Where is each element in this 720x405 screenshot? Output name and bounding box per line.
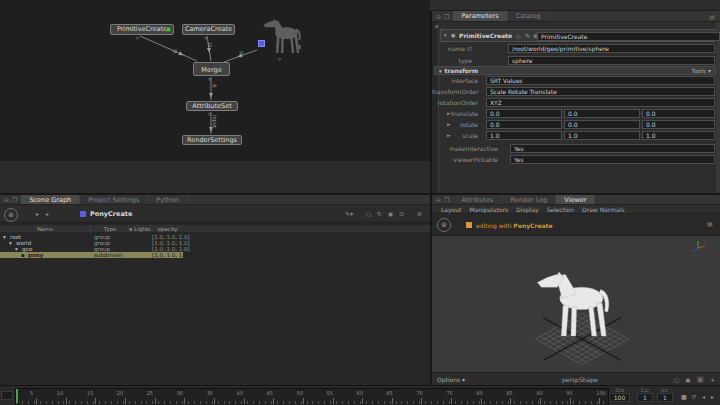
column-type[interactable]: Type — [90, 225, 129, 233]
param-field-scale-z[interactable]: 1.0 — [642, 131, 715, 140]
lock-icon[interactable]: ⊙ — [399, 210, 404, 217]
edit-pencil-icon[interactable]: ✎ — [525, 32, 530, 39]
timeline-out-field[interactable]: 100 — [609, 393, 630, 402]
node-gray-flag[interactable] — [297, 45, 301, 49]
viewer-menu-manipulators[interactable]: Manipulators — [469, 206, 508, 213]
param-field-type[interactable]: sphere — [508, 56, 715, 65]
float-panel-icon[interactable]: ❒ — [444, 13, 449, 20]
node-blue-flag[interactable] — [258, 40, 265, 47]
node-ponycreate[interactable] — [262, 19, 304, 55]
param-field-makeinteractive[interactable]: Yes — [510, 144, 715, 153]
no-expression-icon[interactable]: ∅ — [467, 45, 472, 52]
viewport-settings-icon[interactable]: ⚙ — [697, 376, 704, 383]
timeline-in-field[interactable] — [1, 391, 13, 400]
transform-group-header[interactable]: ▾ transform Tools ▾ — [434, 66, 716, 75]
param-field-rotate-x[interactable]: 0.0 — [486, 120, 562, 129]
tab-parameters[interactable]: Parameters — [453, 11, 507, 21]
param-field-rotationorder[interactable]: XYZ — [486, 98, 715, 107]
node-green-flag[interactable] — [166, 27, 171, 32]
play-icon[interactable]: ▸ — [711, 393, 714, 400]
param-field-transformorder[interactable]: Scale Rotate Translate — [486, 87, 715, 96]
column-name[interactable]: Name — [0, 225, 90, 233]
param-field-rotate-z[interactable]: 0.0 — [642, 120, 715, 129]
working-node-blue-flag[interactable] — [80, 211, 86, 217]
node-cameracreate[interactable]: CameraCreate — [182, 24, 235, 35]
collapse-arrow-icon[interactable]: ▾ — [439, 67, 442, 75]
edit-pencil-icon[interactable]: ✎▾ — [345, 210, 353, 217]
loop-icon[interactable]: ↺ — [691, 393, 696, 400]
timeline-cur-field[interactable]: 1 — [637, 393, 653, 402]
param-field-scale-x[interactable]: 1.0 — [486, 131, 562, 140]
expand-arrow-icon[interactable]: ▸ — [36, 210, 39, 217]
output-port-icon[interactable]: ▿ — [208, 112, 211, 116]
column-opacity[interactable]: opacity — [150, 225, 184, 233]
options-dropdown[interactable]: Options ▾ — [437, 376, 465, 383]
param-field-viewerpickable[interactable]: Yes — [510, 155, 715, 164]
equals-icon[interactable]: ≡ — [507, 32, 512, 39]
viewer-viewport[interactable] — [432, 236, 720, 372]
refresh-icon[interactable]: ↻ — [377, 210, 382, 217]
stop-icon[interactable]: ■ — [681, 393, 687, 400]
timeline-inc-field[interactable]: 1 — [657, 393, 673, 402]
dismiss-icon[interactable]: ⊗ — [437, 218, 451, 232]
param-field-scale-y[interactable]: 1.0 — [564, 131, 640, 140]
diamond-icon[interactable]: ◇ — [516, 32, 521, 39]
node-primitivecreate[interactable]: PrimitiveCreate — [110, 24, 174, 35]
timeline-playhead[interactable] — [16, 389, 18, 403]
circle-tool-icon[interactable]: ○ — [674, 376, 679, 383]
output-port-icon[interactable]: ▿ — [208, 77, 211, 81]
camera-name-label[interactable]: perspShape — [562, 376, 598, 383]
node-graph-canvas[interactable]: i0 i1 i2 A input PrimitiveCreate CameraC… — [0, 0, 430, 161]
tab-viewer[interactable]: Viewer — [556, 195, 595, 204]
tab-render-log[interactable]: Render Log — [503, 195, 557, 204]
power-icon[interactable]: ◉ — [388, 210, 393, 217]
float-panel-icon[interactable]: ❒ — [444, 196, 449, 203]
param-field-rotate-y[interactable]: 0.0 — [564, 120, 640, 129]
parameters-scrollbar[interactable] — [716, 22, 720, 193]
node-rendersettings[interactable]: RenderSettings — [182, 135, 242, 145]
column-lights[interactable]: ▼ Lights — [128, 225, 151, 233]
viewer-menu-layout[interactable]: Layout — [441, 206, 461, 213]
viewer-menu-selection[interactable]: Selection — [546, 206, 574, 213]
timeline-ruler[interactable]: 5101520253035404550556065707580859095100 — [15, 388, 609, 405]
close-panel-icon[interactable]: ⊖ — [436, 13, 441, 20]
viewer-tabbar: ⊖❒ Attributes Render Log Viewer — [432, 195, 720, 205]
tab-catalog[interactable]: Catalog — [508, 11, 550, 21]
scenegraph-back-icon[interactable]: ⊗ — [4, 208, 18, 222]
viewer-menu-display[interactable]: Display — [516, 206, 538, 213]
snapshot-icon[interactable]: ▤ — [707, 220, 713, 227]
light-tool-icon[interactable]: ◉ — [685, 376, 690, 383]
param-field-translate-x[interactable]: 0.0 — [486, 109, 562, 118]
tree-row-pony-selected[interactable]: ▪ pony subdmesh [1.0, 1.0, 1.0] — [0, 252, 183, 258]
close-panel-icon[interactable]: ⊖ — [436, 196, 441, 203]
param-field-translate-y[interactable]: 0.0 — [564, 109, 640, 118]
step-back-icon[interactable]: ◂ — [702, 393, 705, 400]
tab-project-settings[interactable]: Project Settings — [80, 195, 148, 204]
expand-arrow-icon[interactable]: ▸ — [46, 210, 49, 217]
param-field-translate-z[interactable]: 0.0 — [642, 109, 715, 118]
panel-menu-icon[interactable]: ▤ — [709, 13, 715, 20]
expand-node-icon[interactable]: ▾ — [444, 32, 447, 38]
param-field-interface[interactable]: SRT Values — [486, 76, 715, 85]
add-view-icon[interactable]: + — [710, 376, 715, 383]
tools-dropdown[interactable]: Tools ▾ — [691, 67, 711, 75]
output-port-icon[interactable]: ▿ — [278, 57, 281, 61]
node-name-field[interactable]: PrimitiveCreate — [537, 32, 720, 41]
float-panel-icon[interactable]: ❒ — [12, 196, 17, 203]
tab-python[interactable]: Python — [148, 195, 188, 204]
working-node-label[interactable]: PonyCreate — [90, 210, 132, 218]
param-field-name[interactable]: /root/world/geo/primitive/sphere — [508, 44, 715, 53]
tab-attributes[interactable]: Attributes — [453, 195, 502, 204]
pony-model[interactable] — [537, 272, 608, 336]
node-attributeset[interactable]: AttributeSet — [186, 101, 238, 111]
output-port-icon[interactable]: ▿ — [136, 36, 139, 40]
viewer-menu-draw-normals[interactable]: Draw Normals — [582, 206, 624, 213]
close-panel-icon[interactable]: ⊖ — [4, 196, 9, 203]
search-icon[interactable]: ⊘ — [417, 210, 422, 217]
output-port-icon[interactable]: ▿ — [204, 36, 207, 40]
circle-icon[interactable]: ○ — [366, 210, 371, 217]
pin-icon[interactable] — [435, 25, 438, 28]
tab-scene-graph[interactable]: Scene Graph — [21, 195, 80, 204]
node-state-icon[interactable]: ● — [451, 32, 455, 38]
node-merge[interactable]: ▾ Merge — [193, 62, 230, 76]
